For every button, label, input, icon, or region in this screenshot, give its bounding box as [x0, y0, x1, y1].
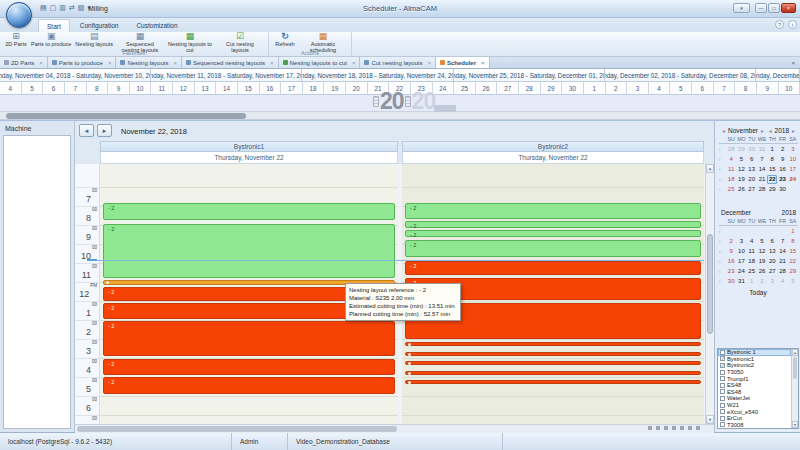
calendar-day[interactable]: 30 — [777, 185, 787, 194]
calendar-day[interactable]: 27 — [767, 267, 777, 276]
calendar-day[interactable]: 20 — [747, 175, 757, 184]
doc-tab-sequenced-nesting-layouts[interactable]: Sequenced nesting layouts× — [182, 57, 279, 68]
calendar-day[interactable]: 8 — [788, 237, 798, 246]
calendar-day[interactable]: 10 — [736, 247, 746, 256]
calendar-day[interactable]: 29 — [736, 145, 746, 154]
calendar-day[interactable]: 19 — [757, 257, 767, 266]
schedule-block-green[interactable]: - 2 — [103, 203, 395, 220]
calendar-day[interactable]: 28 — [726, 145, 736, 154]
calendar-day[interactable]: 5 — [736, 155, 746, 164]
scroll-up-icon[interactable]: ▲ — [792, 349, 798, 356]
ribbon-button-refresh[interactable]: ↻Refresh — [272, 32, 298, 48]
calendar-day[interactable]: 16 — [726, 257, 736, 266]
prev-year-icon[interactable]: ◄ — [768, 128, 773, 134]
help-icon[interactable]: ? — [775, 20, 784, 29]
checkbox-icon[interactable] — [720, 376, 725, 381]
calendar-day[interactable]: 2 — [777, 145, 787, 154]
week-select-icon[interactable]: ‹ — [719, 268, 726, 274]
timeline-day-cell[interactable]: 5 — [670, 82, 692, 94]
calendar-day[interactable]: 5 — [757, 237, 767, 246]
calendar-day[interactable]: 14 — [777, 247, 787, 256]
calendar-day[interactable]: 28 — [777, 267, 787, 276]
machine-list-item[interactable]: Bystronic 1 — [718, 349, 791, 356]
scroll-down-icon[interactable]: ▼ — [792, 421, 798, 428]
calendar-day[interactable]: 9 — [726, 247, 736, 256]
checkbox-icon[interactable] — [720, 389, 725, 394]
qat-icon-4[interactable]: ⇄ — [69, 3, 75, 13]
timeline-day-cell[interactable]: 18 — [303, 82, 325, 94]
calendar-day[interactable]: 11 — [747, 247, 757, 256]
week-select-icon[interactable]: ‹ — [719, 166, 726, 172]
timeline-day-cell[interactable]: 4 — [0, 82, 22, 94]
machine-panel-list[interactable] — [3, 135, 71, 429]
calendar-day[interactable]: 1 — [767, 145, 777, 154]
machine-list-scrollbar-thumb[interactable] — [793, 357, 797, 379]
next-year-icon[interactable]: ► — [791, 128, 796, 134]
calendar-day[interactable]: 7 — [777, 237, 787, 246]
calendar-day[interactable]: 6 — [767, 237, 777, 246]
schedule-block-bar[interactable] — [405, 371, 701, 375]
machine-list-item[interactable]: WaterJet — [718, 395, 791, 402]
machine-list-item[interactable]: T3050 — [718, 369, 791, 376]
calendar-day[interactable]: 25 — [726, 185, 736, 194]
calendar-day[interactable]: 23 — [777, 175, 787, 184]
week-select-icon[interactable]: ‹ — [719, 186, 726, 192]
checkbox-icon[interactable] — [720, 363, 725, 368]
timeline-day-cell[interactable]: 20 — [346, 82, 368, 94]
timeline-day-cell[interactable]: 30 — [562, 82, 584, 94]
schedule-block-bar[interactable] — [405, 361, 701, 365]
timeline-day-cell[interactable]: 10 — [130, 82, 152, 94]
ribbon-button-parts-to-produce[interactable]: ▣Parts to produce — [29, 32, 73, 48]
prev-day-button[interactable]: ◄ — [79, 124, 94, 137]
window-style-button[interactable]: ▾ — [733, 3, 750, 13]
calendar-day[interactable]: 4 — [777, 277, 787, 286]
calendar-day[interactable]: 15 — [788, 247, 798, 256]
timeline-day-cell[interactable]: 28 — [519, 82, 541, 94]
schedule-block-green[interactable]: - 2 — [405, 240, 701, 257]
machine-list-item[interactable]: Bystronic2 — [718, 362, 791, 369]
calendar-day[interactable]: 22 — [767, 175, 777, 184]
tab-close-icon[interactable]: × — [108, 60, 112, 66]
calendar-day[interactable]: 1 — [788, 227, 798, 236]
calendar-day[interactable]: 7 — [757, 155, 767, 164]
week-select-icon[interactable]: ‹ — [719, 228, 726, 234]
calendar-day[interactable]: 3 — [736, 237, 746, 246]
calendar-day[interactable]: 13 — [747, 165, 757, 174]
calendar-day[interactable]: 20 — [767, 257, 777, 266]
calendar-day[interactable]: 16 — [777, 165, 787, 174]
checkbox-icon[interactable] — [720, 416, 725, 421]
week-select-icon[interactable]: ‹ — [719, 146, 726, 152]
calendar-day[interactable]: 30 — [747, 145, 757, 154]
doc-tab-parts-to-produce[interactable]: Parts to produce× — [48, 57, 117, 68]
tab-close-icon[interactable]: × — [481, 60, 485, 66]
timeline-day-cell[interactable]: 7 — [65, 82, 87, 94]
week-select-icon[interactable]: ‹ — [719, 238, 726, 244]
calendar-day[interactable]: 26 — [757, 267, 767, 276]
prev-month-icon[interactable]: ◄ — [721, 128, 726, 134]
timeline-day-cell[interactable]: 5 — [22, 82, 44, 94]
schedule-block-bar[interactable] — [405, 342, 701, 346]
machine-list-item[interactable]: eXcut_e540 — [718, 408, 791, 415]
range-handle-icon[interactable] — [405, 96, 411, 107]
qat-icon-5[interactable]: ▧ — [78, 3, 85, 13]
today-button[interactable]: Today — [715, 289, 800, 296]
calendar-day[interactable]: 8 — [767, 155, 777, 164]
calendar-day[interactable]: 21 — [777, 257, 787, 266]
schedule-block-green[interactable]: - 2 — [405, 203, 701, 219]
tab-close-icon[interactable]: × — [352, 60, 356, 66]
timeline-day-cell[interactable]: 27 — [497, 82, 519, 94]
calendar-day[interactable]: 19 — [736, 175, 746, 184]
calendar-day[interactable]: 9 — [777, 155, 787, 164]
machine-list-item[interactable]: ES48 — [718, 389, 791, 396]
zoom-controls[interactable] — [648, 426, 700, 430]
maximize-button[interactable]: □ — [768, 3, 780, 13]
machine-list-item[interactable]: T3008 — [718, 422, 791, 428]
range-slider-thumb[interactable] — [434, 105, 456, 112]
tab-close-icon[interactable]: × — [39, 60, 43, 66]
calendar-day[interactable]: 3 — [767, 277, 777, 286]
schedule-block-red[interactable]: - 2 — [103, 377, 395, 394]
doc-tab-cut-nesting-layouts[interactable]: Cut nesting layouts× — [360, 57, 436, 68]
calendar-day[interactable]: 21 — [757, 175, 767, 184]
doc-tab-scheduler[interactable]: Scheduler× — [436, 57, 490, 68]
checkbox-icon[interactable] — [720, 356, 725, 361]
